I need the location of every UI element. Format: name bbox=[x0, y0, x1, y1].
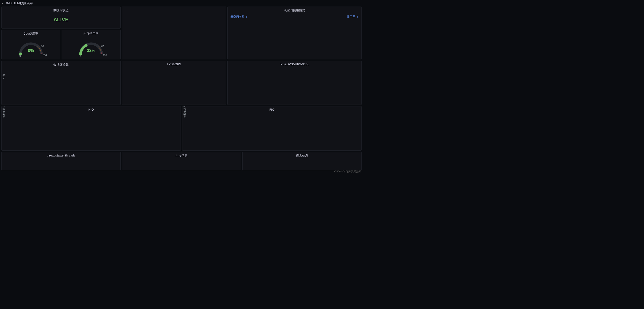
svg-text:100: 100 bbox=[102, 54, 107, 57]
chart-area bbox=[4, 68, 118, 97]
panel-ipsdps[interactable]: IPS&DPS&UPS&DDL bbox=[228, 61, 362, 105]
svg-text:80: 80 bbox=[101, 45, 104, 48]
panel-title: 表空间使用情况 bbox=[228, 7, 361, 13]
chart-area bbox=[4, 113, 179, 142]
y-axis-label: 每秒的网络大小 bbox=[2, 106, 6, 118]
panel-mem-gauge[interactable]: 内存使用率 0 80 100 32% bbox=[62, 30, 120, 59]
panel-fio[interactable]: FIO 每秒的文件大小 bbox=[182, 106, 362, 151]
panel-title: 内存使用率 bbox=[62, 30, 120, 37]
svg-text:80: 80 bbox=[41, 45, 44, 48]
filter-icon bbox=[246, 16, 248, 18]
panel-title: 会话连接数 bbox=[2, 61, 120, 68]
row-header[interactable]: ▾ DM8 DEM数据展示 bbox=[0, 0, 363, 6]
panel-title: FIO bbox=[182, 106, 361, 112]
svg-text:32%: 32% bbox=[87, 48, 95, 53]
svg-text:0: 0 bbox=[20, 54, 21, 57]
chart-area bbox=[124, 68, 224, 96]
y-axis-label: 每秒的文件大小 bbox=[183, 106, 186, 118]
panel-tpsqps[interactable]: TPS&QPS bbox=[122, 61, 226, 105]
chart-area bbox=[184, 113, 360, 142]
svg-text:100: 100 bbox=[42, 54, 47, 57]
panel-db-status[interactable]: 数据库状态 ALIVE bbox=[2, 6, 120, 28]
chart-area bbox=[2, 158, 120, 169]
panel-tablespaces[interactable]: 表空间使用情况 表空间名称 使用率 bbox=[228, 6, 362, 59]
svg-text:0%: 0% bbox=[28, 48, 34, 53]
panel-title: threads&wait threads bbox=[2, 152, 120, 158]
panel-meminfo[interactable]: 内存信息 bbox=[122, 152, 241, 170]
col-header-name[interactable]: 表空间名称 bbox=[230, 15, 248, 19]
watermark: CSDN @ 飞奔的屎壳郎 bbox=[334, 170, 361, 173]
y-axis-label: 个数 bbox=[2, 74, 6, 79]
filter-icon bbox=[356, 16, 358, 18]
chart-area bbox=[242, 159, 361, 170]
db-status-value: ALIVE bbox=[2, 16, 120, 23]
panel-title: Cpu使用率 bbox=[2, 30, 60, 37]
row-header-title: DM8 DEM数据展示 bbox=[5, 1, 33, 5]
panel-zones[interactable] bbox=[122, 6, 226, 59]
panel-cpu-gauge[interactable]: Cpu使用率 0 80 100 0% bbox=[2, 30, 60, 59]
chart-area bbox=[122, 159, 241, 170]
col-header-usage[interactable]: 使用率 bbox=[347, 15, 358, 19]
panel-title: IPS&DPS&UPS&DDL bbox=[228, 61, 361, 67]
panel-title: TPS&QPS bbox=[122, 61, 226, 67]
panel-title: 磁盘信息 bbox=[242, 152, 361, 159]
panel-title: NIO bbox=[2, 106, 180, 112]
chevron-down-icon: ▾ bbox=[2, 2, 3, 5]
panel-sessions[interactable]: 会话连接数 个数 bbox=[2, 61, 120, 105]
svg-text:0: 0 bbox=[80, 54, 81, 57]
panel-title: 数据库状态 bbox=[2, 7, 120, 13]
panel-threads[interactable]: threads&wait threads bbox=[2, 152, 120, 170]
panel-title: 内存信息 bbox=[122, 152, 241, 159]
panel-nio[interactable]: NIO 每秒的网络大小 bbox=[2, 106, 181, 151]
chart-area bbox=[230, 68, 360, 96]
panel-diskinfo[interactable]: 磁盘信息 bbox=[242, 152, 362, 170]
